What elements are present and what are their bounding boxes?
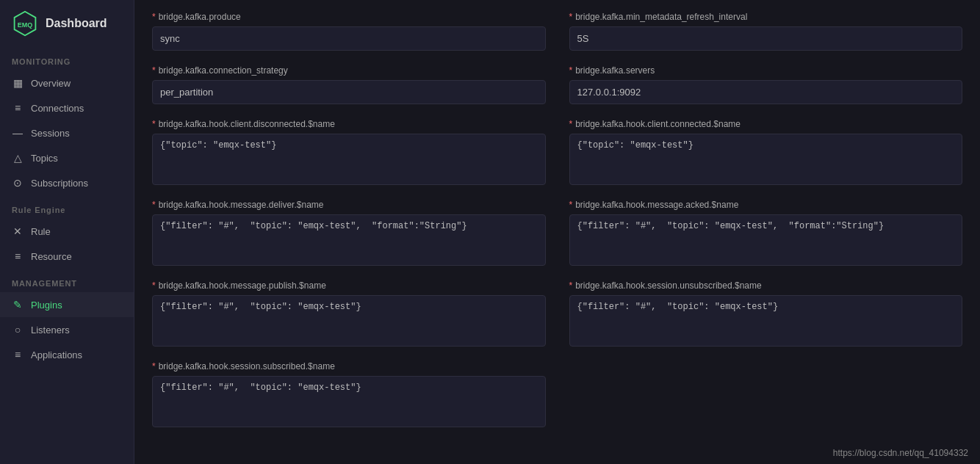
label-hook-client-connected: *bridge.kafka.hook.client.connected.$nam… [569, 119, 963, 129]
sidebar-item-label: Topics [31, 153, 58, 164]
field-hook-session-unsubscribed: *bridge.kafka.hook.session.unsubscribed.… [569, 280, 963, 347]
textarea-hook-session-subscribed[interactable]: {"filter": "#", "topic": "emqx-test"} [152, 376, 546, 427]
field-hook-client-connected: *bridge.kafka.hook.client.connected.$nam… [569, 119, 963, 185]
textarea-hook-message-acked[interactable]: {"filter": "#", "topic": "emqx-test", "f… [569, 214, 963, 266]
resource-icon: ≡ [12, 250, 24, 262]
input-servers[interactable] [569, 80, 963, 104]
rule-engine-section: Rule Engine ✕ Rule ≡ Resource [0, 195, 134, 269]
sidebar-item-label: Overview [31, 78, 71, 89]
label-hook-session-unsubscribed: *bridge.kafka.hook.session.unsubscribed.… [569, 280, 963, 291]
textarea-hook-message-deliver[interactable]: {"filter": "#", "topic": "emqx-test", "f… [152, 214, 546, 266]
connections-icon: ≡ [12, 102, 24, 114]
logo-area: EMQ Dashboard [0, 0, 134, 47]
sidebar-item-label: Sessions [31, 128, 70, 139]
label-hook-message-acked: *bridge.kafka.hook.message.acked.$name [569, 200, 963, 210]
monitoring-section-title: MONITORING [0, 47, 134, 70]
overview-icon: ▦ [12, 77, 24, 89]
sidebar-item-label: Listeners [31, 325, 70, 336]
label-min-metadata: *bridge.kafka.min_metadata_refresh_inter… [569, 12, 963, 22]
sidebar: EMQ Dashboard MONITORING ▦ Overview ≡ Co… [0, 0, 134, 464]
listeners-icon: ○ [12, 324, 24, 336]
input-min-metadata[interactable] [569, 26, 963, 51]
textarea-hook-client-disconnected[interactable]: {"topic": "emqx-test"} [152, 134, 546, 185]
logo-icon: EMQ [12, 10, 38, 37]
main-content: *bridge.kafka.produce *bridge.kafka.min_… [134, 0, 980, 464]
sidebar-item-listeners[interactable]: ○ Listeners [0, 317, 134, 342]
sidebar-item-topics[interactable]: △ Topics [0, 145, 134, 170]
sidebar-item-rule[interactable]: ✕ Rule [0, 219, 134, 244]
sidebar-item-label: Subscriptions [31, 178, 88, 189]
label-hook-message-deliver: *bridge.kafka.hook.message.deliver.$name [152, 200, 546, 210]
field-hook-message-deliver: *bridge.kafka.hook.message.deliver.$name… [152, 200, 546, 266]
form-grid: *bridge.kafka.produce *bridge.kafka.min_… [152, 12, 962, 427]
management-section: MANAGEMENT ✎ Plugins ○ Listeners ≡ Appli… [0, 269, 134, 367]
field-empty [569, 361, 963, 427]
sidebar-item-label: Plugins [31, 300, 62, 311]
sidebar-item-label: Applications [31, 349, 82, 360]
label-connection-strategy: *bridge.kafka.connection_strategy [152, 65, 546, 76]
textarea-hook-session-unsubscribed[interactable]: {"filter": "#", "topic": "emqx-test"} [569, 295, 963, 347]
field-hook-message-acked: *bridge.kafka.hook.message.acked.$name {… [569, 200, 963, 266]
sidebar-item-subscriptions[interactable]: ⊙ Subscriptions [0, 170, 134, 195]
textarea-hook-client-connected[interactable]: {"topic": "emqx-test"} [569, 134, 963, 185]
app-title: Dashboard [46, 17, 107, 30]
sidebar-item-label: Resource [31, 251, 72, 262]
sessions-icon: — [12, 127, 24, 139]
svg-text:EMQ: EMQ [18, 21, 33, 29]
field-hook-message-publish: *bridge.kafka.hook.message.publish.$name… [152, 280, 546, 347]
management-title: MANAGEMENT [0, 269, 134, 292]
sidebar-item-overview[interactable]: ▦ Overview [0, 70, 134, 95]
field-min-metadata: *bridge.kafka.min_metadata_refresh_inter… [569, 12, 963, 51]
field-produce: *bridge.kafka.produce [152, 12, 546, 51]
field-hook-session-subscribed: *bridge.kafka.hook.session.subscribed.$n… [152, 361, 546, 427]
sidebar-item-applications[interactable]: ≡ Applications [0, 342, 134, 367]
footer-link: https://blog.csdn.net/qq_41094332 [833, 448, 968, 458]
field-servers: *bridge.kafka.servers [569, 65, 963, 104]
sidebar-item-sessions[interactable]: — Sessions [0, 120, 134, 145]
sidebar-item-connections[interactable]: ≡ Connections [0, 95, 134, 120]
sidebar-item-resource[interactable]: ≡ Resource [0, 244, 134, 269]
input-produce[interactable] [152, 26, 546, 51]
label-produce: *bridge.kafka.produce [152, 12, 546, 22]
applications-icon: ≡ [12, 349, 24, 360]
sidebar-item-plugins[interactable]: ✎ Plugins [0, 292, 134, 317]
plugins-icon: ✎ [12, 299, 24, 311]
label-servers: *bridge.kafka.servers [569, 65, 963, 76]
input-connection-strategy[interactable] [152, 80, 546, 104]
textarea-hook-message-publish[interactable]: {"filter": "#", "topic": "emqx-test"} [152, 295, 546, 347]
monitoring-section: MONITORING ▦ Overview ≡ Connections — Se… [0, 47, 134, 195]
rule-icon: ✕ [12, 225, 24, 237]
label-hook-message-publish: *bridge.kafka.hook.message.publish.$name [152, 280, 546, 291]
sidebar-item-label: Connections [31, 103, 84, 114]
topics-icon: △ [12, 152, 24, 164]
label-hook-client-disconnected: *bridge.kafka.hook.client.disconnected.$… [152, 119, 546, 129]
subscriptions-icon: ⊙ [12, 177, 24, 189]
field-hook-client-disconnected: *bridge.kafka.hook.client.disconnected.$… [152, 119, 546, 185]
label-hook-session-subscribed: *bridge.kafka.hook.session.subscribed.$n… [152, 361, 546, 371]
form-area: *bridge.kafka.produce *bridge.kafka.min_… [134, 0, 980, 464]
field-connection-strategy: *bridge.kafka.connection_strategy [152, 65, 546, 104]
rule-engine-title: Rule Engine [0, 195, 134, 219]
sidebar-item-label: Rule [31, 226, 51, 237]
